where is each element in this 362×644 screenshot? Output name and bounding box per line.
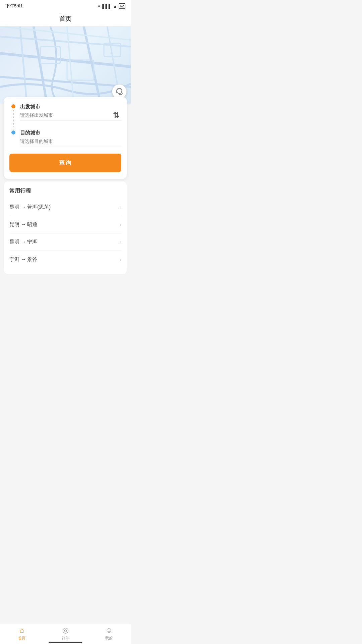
route-item-3[interactable]: 昆明 → 宁洱 › [9,233,121,251]
departure-dot-col [9,104,17,127]
destination-dot-col [9,130,17,135]
destination-info: 目的城市 [17,130,121,147]
wifi-icon: ▲ [113,4,117,9]
route-text-3: 昆明 → 宁洱 [9,239,37,245]
status-time: 下午5:01 [5,3,23,9]
chevron-icon-3: › [120,239,121,245]
map-area [0,26,131,104]
svg-rect-9 [40,47,60,63]
headset-icon [115,87,124,96]
common-routes-section: 常用行程 昆明 → 普洱(思茅) › 昆明 → 昭通 › 昆明 → 宁洱 › 宁… [4,181,127,274]
battery-indicator: 62 [119,3,125,9]
route-dashed-line [13,110,14,127]
route-text-1: 昆明 → 普洱(思茅) [9,204,51,210]
page-title: 首页 [59,15,71,22]
status-bar: 下午5:01 ✦ ▌▌▌ ▲ 62 [0,0,131,12]
page-header: 首页 [0,12,131,26]
chevron-icon-4: › [120,257,121,263]
departure-label: 出发城市 [20,104,121,110]
svg-line-2 [34,26,47,104]
svg-line-3 [84,26,101,104]
query-button[interactable]: 查询 [9,154,121,172]
svg-point-15 [119,94,120,95]
destination-label: 目的城市 [20,130,121,136]
map-background [0,26,131,104]
departure-dot [11,104,15,108]
svg-rect-14 [121,91,122,93]
route-item-4[interactable]: 宁洱 → 景谷 › [9,251,121,268]
search-card: 出发城市 ⇅ 目的城市 查询 [4,97,127,179]
destination-input[interactable] [20,139,121,147]
signal-icon: ▌▌▌ [102,4,112,9]
departure-input[interactable] [20,112,121,121]
departure-row: 出发城市 ⇅ [9,104,121,127]
route-item-2[interactable]: 昆明 → 昭通 › [9,216,121,233]
swap-button[interactable]: ⇅ [109,109,121,121]
bluetooth-icon: ✦ [97,4,101,9]
route-item-1[interactable]: 昆明 → 普洱(思茅) › [9,199,121,216]
destination-row: 目的城市 [9,130,121,147]
route-text-4: 宁洱 → 景谷 [9,256,37,263]
chevron-icon-1: › [120,204,121,210]
svg-rect-13 [116,91,117,93]
departure-info: 出发城市 [17,104,121,121]
svg-line-0 [0,53,131,67]
chevron-icon-2: › [120,222,121,228]
common-routes-title: 常用行程 [9,187,121,195]
destination-dot [11,130,15,135]
route-text-2: 昆明 → 昭通 [9,221,37,228]
status-icons: ✦ ▌▌▌ ▲ 62 [97,3,125,9]
